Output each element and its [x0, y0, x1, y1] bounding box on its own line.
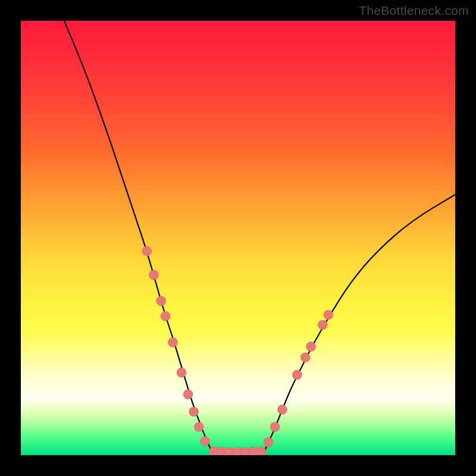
data-marker — [194, 422, 203, 432]
curve-layer — [64, 21, 455, 453]
data-marker — [300, 353, 310, 362]
series-right-curve — [264, 195, 455, 452]
watermark-text: TheBottleneck.com — [359, 4, 469, 18]
data-marker — [142, 246, 152, 256]
data-marker — [318, 320, 327, 330]
plot-area — [21, 21, 455, 455]
data-marker — [183, 390, 193, 399]
chart-svg — [21, 21, 455, 455]
data-marker — [270, 422, 280, 432]
data-marker — [292, 370, 302, 380]
data-marker — [161, 311, 170, 321]
chart-frame: TheBottleneck.com — [0, 0, 476, 476]
data-marker — [156, 296, 166, 306]
data-marker — [200, 437, 209, 446]
data-marker — [149, 270, 158, 280]
data-marker — [256, 446, 267, 455]
data-marker — [277, 405, 287, 414]
data-marker — [264, 437, 273, 447]
data-marker — [177, 368, 186, 377]
data-marker — [189, 407, 199, 416]
data-marker — [324, 310, 333, 320]
series-left-curve — [64, 21, 212, 452]
marker-layer — [142, 246, 333, 455]
data-marker — [306, 342, 316, 351]
data-marker — [168, 337, 177, 347]
